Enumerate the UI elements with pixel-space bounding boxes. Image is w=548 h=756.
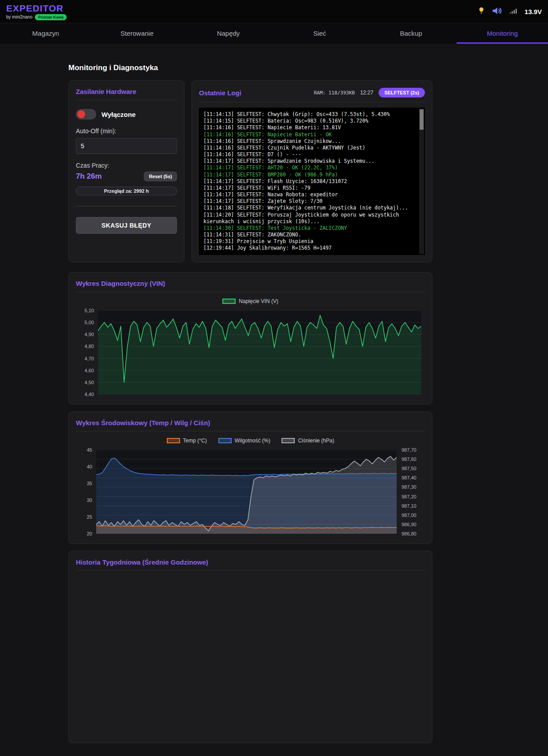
log-line: [11:14:18] SELFTEST: Weryfikacja centrum… — [203, 205, 415, 211]
nav-item-monitoring[interactable]: Monitoring — [457, 23, 548, 44]
env-chart-card: Wykres Środowiskowy (Temp / Wilg / Ciśn)… — [68, 412, 432, 544]
humidity-legend-swatch — [218, 438, 232, 443]
log-line: [11:14:17] SELFTEST: Sprawdzanie Srodowi… — [203, 158, 415, 165]
log-line: [11:14:30] SELFTEST: Test Joysticka - ZA… — [203, 225, 415, 232]
reset-button[interactable]: Reset (5s) — [144, 172, 177, 181]
log-line: [11:14:17] SELFTEST: WiFi RSSI: -79 — [203, 185, 415, 191]
battery-voltage: 13.9V — [525, 8, 542, 15]
power-card-divider — [76, 206, 177, 206]
axis-tick-label: 987,30 — [402, 484, 417, 490]
power-card-title: Zasilanie Hardware — [76, 88, 177, 100]
uptime-label: Czas Pracy: — [76, 162, 177, 169]
ram-usage: RAM: 118/393KB — [314, 90, 355, 96]
logs-card-title: Ostatnie Logi — [199, 89, 241, 97]
axis-tick-label: 4,80 — [85, 344, 94, 349]
axis-tick-label: 5,00 — [85, 320, 94, 325]
autooff-input[interactable] — [76, 138, 177, 154]
axis-tick-label: 4,40 — [85, 392, 94, 397]
log-line: [11:14:20] SELFTEST: Poruszaj Joystickie… — [203, 212, 415, 225]
coffee-badge[interactable]: Postaw Kawę — [35, 14, 67, 20]
axis-tick-label: 986,90 — [402, 522, 417, 527]
log-line: [11:14:16] SELFTEST: D7 () - --- — [203, 151, 415, 158]
log-line: [11:14:16] SELFTEST: Sprawdzanie Czujnik… — [203, 138, 415, 145]
log-console[interactable]: [11:14:13] SELFTEST: Chwytak (Grip): Osc… — [199, 108, 425, 255]
vin-chart-title: Wykres Diagnostyczny (VIN) — [76, 280, 425, 292]
history-card: Historia Tygodniowa (Średnie Godzinowe) — [68, 551, 432, 743]
axis-tick-label: 5,10 — [85, 308, 94, 313]
bulb-icon[interactable] — [478, 7, 485, 17]
axis-tick-label: 35 — [87, 481, 92, 486]
selftest-button[interactable]: SELFTEST (2s) — [379, 88, 425, 97]
nav-item-napedy[interactable]: Napędy — [183, 23, 274, 44]
nav-item-siec[interactable]: Sieć — [274, 23, 365, 44]
env-chart: 454035302520987,70987,60987,50987,40987,… — [96, 450, 397, 534]
vin-legend-label: Napięcie VIN (V) — [239, 298, 278, 304]
clear-errors-button[interactable]: SKASUJ BŁĘDY — [76, 217, 177, 234]
log-line: [11:14:16] SELFTEST: Czujnik Pudelka - A… — [203, 145, 415, 151]
axis-tick-label: 40 — [87, 464, 92, 469]
console-scrollbar[interactable] — [419, 109, 424, 254]
log-line: [11:14:15] SELFTEST: Bateria: Osc=983 (0… — [203, 118, 415, 124]
autooff-label: Auto-Off (min): — [76, 127, 177, 135]
axis-tick-label: 986,80 — [402, 531, 417, 536]
uptime-value: 7h 26m — [76, 172, 102, 181]
axis-tick-label: 987,50 — [402, 466, 417, 471]
power-toggle-label: Wyłączone — [101, 111, 135, 118]
page-content: Monitoring i Diagnostyka Zasilanie Hardw… — [68, 64, 432, 748]
pressure-legend-item: Ciśnienie (hPa) — [282, 438, 334, 444]
log-line: [11:14:17] SELFTEST: Zajete Sloty: 7/30 — [203, 198, 415, 205]
axis-tick-label: 45 — [87, 447, 92, 453]
speaker-icon[interactable] — [492, 7, 503, 17]
vin-chart: 5,105,004,904,804,704,604,504,40 — [98, 311, 421, 394]
env-chart-canvas — [96, 450, 397, 534]
power-card: Zasilanie Hardware Wyłączone Auto-Off (m… — [68, 80, 184, 262]
console-scrollbar-thumb[interactable] — [420, 109, 424, 130]
power-toggle[interactable] — [76, 109, 96, 120]
log-line: [12:19:44] Joy Skalibrowany: R=1565 H=14… — [203, 245, 415, 251]
history-card-title: Historia Tygodniowa (Średnie Godzinowe) — [76, 558, 425, 571]
log-line: [11:14:17] SELFTEST: Flash Uzycie: 16384… — [203, 178, 415, 185]
vin-chart-canvas — [98, 311, 421, 394]
axis-tick-label: 20 — [87, 531, 92, 536]
service-countdown-button[interactable]: Przegląd za: 2992 h — [76, 187, 177, 195]
app-logo: EXPEDITOR — [6, 3, 67, 14]
axis-tick-label: 987,10 — [402, 503, 417, 509]
axis-tick-label: 4,50 — [85, 380, 94, 385]
brand-block: EXPEDITOR by mini2nano Postaw Kawę — [6, 3, 67, 20]
humidity-legend-item: Wilgotność (%) — [218, 438, 270, 444]
nav-item-magazyn[interactable]: Magazyn — [0, 23, 91, 44]
log-line: [11:14:16] SELFTEST: Napiecie Baterii: 1… — [203, 124, 415, 131]
axis-tick-label: 4,60 — [85, 368, 94, 373]
vin-chart-card: Wykres Diagnostyczny (VIN) Napięcie VIN … — [68, 272, 432, 404]
log-line: [11:14:16] SELFTEST: Napiecie Baterii - … — [203, 131, 415, 138]
log-line: [11:14:13] SELFTEST: Chwytak (Grip): Osc… — [203, 111, 415, 118]
axis-tick-label: 30 — [87, 498, 92, 503]
nav-item-backup[interactable]: Backup — [365, 23, 457, 44]
axis-tick-label: 987,70 — [402, 447, 417, 453]
main-nav: Magazyn Sterowanie Napędy Sieć Backup Mo… — [0, 23, 548, 44]
page-title: Monitoring i Diagnostyka — [68, 64, 432, 72]
axis-tick-label: 987,00 — [402, 513, 417, 518]
temp-legend-label: Temp (°C) — [183, 438, 207, 444]
nav-item-sterowanie[interactable]: Sterowanie — [91, 23, 183, 44]
temp-legend-swatch — [167, 438, 180, 443]
axis-tick-label: 4,70 — [85, 356, 94, 361]
axis-tick-label: 987,60 — [402, 457, 417, 462]
axis-tick-label: 4,90 — [85, 332, 94, 337]
axis-tick-label: 987,40 — [402, 475, 417, 480]
log-line: [11:14:17] SELFTEST: AHT20 - OK (22.2C, … — [203, 165, 415, 171]
pressure-legend-swatch — [282, 438, 295, 443]
vin-legend-swatch — [222, 299, 236, 304]
axis-tick-label: 25 — [87, 514, 92, 520]
logs-card: Ostatnie Logi RAM: 118/393KB 12:27 SELFT… — [191, 80, 432, 262]
pressure-legend-label: Ciśnienie (hPa) — [298, 438, 334, 444]
clock: 12:27 — [360, 90, 373, 96]
temp-legend-item: Temp (°C) — [167, 438, 207, 444]
env-chart-title: Wykres Środowiskowy (Temp / Wilg / Ciśn) — [76, 419, 425, 431]
log-line: [11:14:17] SELFTEST: BMP280 - OK (986.9 … — [203, 172, 415, 178]
humidity-legend-label: Wilgotność (%) — [235, 438, 270, 444]
app-header: EXPEDITOR by mini2nano Postaw Kawę 13.9V — [0, 0, 548, 23]
axis-tick-label: 987,20 — [402, 494, 417, 499]
signal-bars-icon — [510, 7, 518, 15]
byline: by mini2nano — [6, 15, 32, 19]
